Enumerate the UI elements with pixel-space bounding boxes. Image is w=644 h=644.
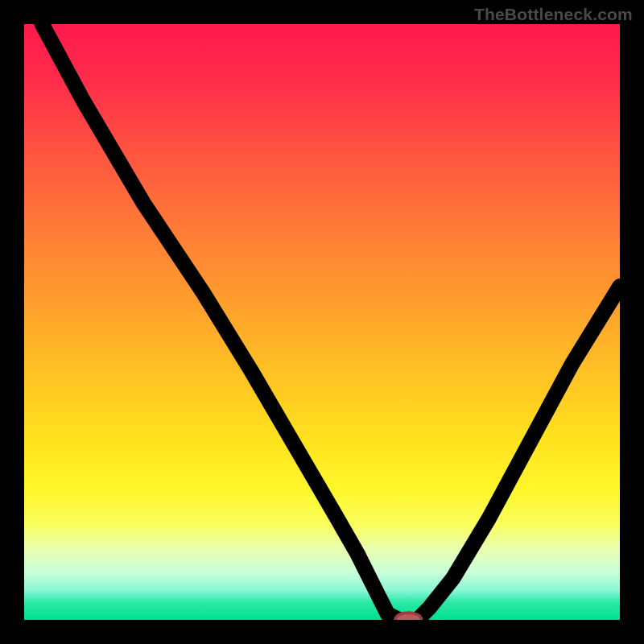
bottleneck-curve xyxy=(42,24,620,620)
plot-area xyxy=(24,24,620,620)
chart-frame: TheBottleneck.com xyxy=(0,0,644,644)
watermark-text: TheBottleneck.com xyxy=(474,5,633,24)
optimum-marker xyxy=(395,613,422,620)
chart-svg xyxy=(24,24,620,620)
